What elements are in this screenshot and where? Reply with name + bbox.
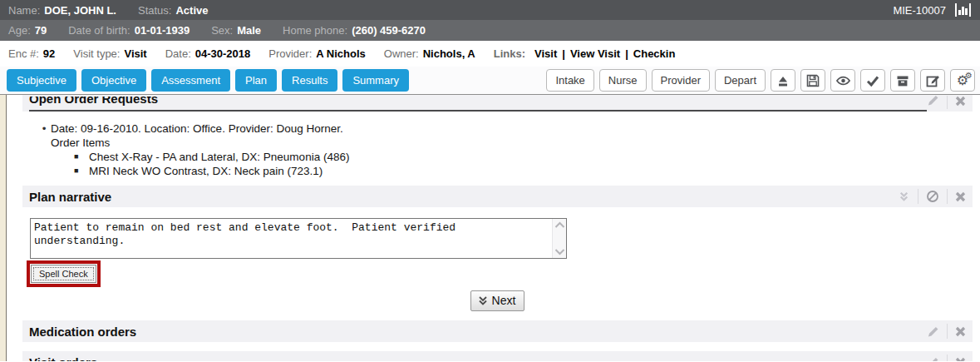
age-value: 79 [35, 24, 47, 37]
dob-value: 01-01-1939 [135, 24, 190, 37]
scroll-up-icon[interactable] [554, 221, 565, 228]
home-phone-value: (260) 459-6270 [352, 24, 426, 37]
close-x-icon[interactable] [955, 357, 966, 362]
tab-objective[interactable]: Objective [81, 69, 146, 92]
sex-value: Male [237, 24, 261, 37]
name-label: Name: [8, 4, 40, 17]
section-header-visit-orders[interactable]: Visit orders [22, 351, 973, 361]
save-button[interactable] [800, 69, 825, 92]
link-checkin[interactable]: Checkin [633, 47, 676, 60]
patient-name: DOE, JOHN L. [44, 4, 116, 17]
order-item: ■ MRI Neck WO Contrast, DX: Neck pain (7… [37, 164, 973, 178]
plan-narrative-textarea[interactable]: Patient to remain on bed rest and elevat… [30, 218, 567, 259]
provider-button[interactable]: Provider [652, 69, 710, 92]
patient-banner-row1: Name: DOE, JOHN L. Status: Active MIE-10… [0, 0, 980, 20]
scroll-down-icon[interactable] [554, 249, 565, 255]
next-button[interactable]: Next [470, 290, 525, 311]
links-label: Links: [494, 47, 525, 60]
tab-plan[interactable]: Plan [235, 69, 277, 92]
patient-banner-row2: Age: 79 Date of birth: 01-01-1939 Sex: M… [0, 20, 980, 41]
left-edge-strip [0, 95, 7, 361]
patient-name-group: Name: DOE, JOHN L. [8, 4, 116, 17]
sex-label: Sex: [211, 24, 233, 37]
visit-date-label: Date: [165, 47, 191, 60]
collapse-double-chevron-icon[interactable] [898, 191, 910, 202]
enc-number-value: 92 [43, 47, 55, 60]
content-area: Open Order Requests • Date: 09 [0, 95, 980, 361]
plan-narrative-text[interactable]: Patient to remain on bed rest and elevat… [31, 219, 566, 258]
section-title: Plan narrative [29, 190, 111, 204]
order-items-label: Order Items [37, 136, 973, 150]
open-order-list: • Date: 09-16-2010. Location: Office. Pr… [37, 121, 973, 178]
flowsheet-bar-chart-icon[interactable] [954, 3, 972, 17]
confirm-button[interactable] [860, 69, 885, 92]
intake-button[interactable]: Intake [546, 69, 593, 92]
dob-label: Date of birth: [68, 24, 130, 37]
depart-button[interactable]: Depart [715, 69, 766, 92]
spell-check-button[interactable]: Spell Check [31, 265, 96, 283]
eject-button[interactable] [771, 69, 795, 92]
disable-ban-icon[interactable] [926, 190, 939, 203]
chart-id: MIE-10007 [893, 4, 946, 17]
checkmark-icon [865, 73, 880, 88]
preview-button[interactable] [830, 69, 855, 92]
age-label: Age: [8, 24, 31, 37]
highlight-annotation-box: Spell Check [27, 260, 101, 287]
tab-assessment[interactable]: Assessment [151, 69, 230, 92]
archive-icon [895, 73, 910, 88]
section-header-open-order-requests[interactable]: Open Order Requests [22, 95, 973, 112]
owner-value: Nichols, A [423, 47, 475, 60]
section-title: Medication orders [29, 325, 136, 339]
encounter-toolbar: Subjective Objective Assessment Plan Res… [0, 67, 980, 95]
compose-button[interactable] [920, 69, 945, 92]
status-label: Status: [138, 4, 171, 17]
visit-type-label: Visit type: [73, 47, 120, 60]
edit-pencil-icon[interactable] [927, 325, 939, 338]
home-phone-label: Home phone: [283, 24, 347, 37]
link-view-visit[interactable]: View Visit [570, 47, 620, 60]
tab-subjective[interactable]: Subjective [7, 69, 76, 92]
double-chevron-down-icon [478, 295, 488, 306]
link-visit[interactable]: Visit [534, 47, 557, 60]
close-x-icon[interactable] [955, 95, 966, 110]
patient-status-group: Status: Active [138, 4, 209, 17]
settings-button[interactable]: ⚙ ⚙ [950, 69, 975, 92]
tab-results[interactable]: Results [282, 69, 337, 92]
save-icon [805, 73, 820, 88]
edit-pencil-icon[interactable] [927, 356, 939, 362]
section-header-medication-orders[interactable]: Medication orders [22, 320, 973, 342]
compose-icon [925, 73, 941, 88]
encounter-links: Links: Visit | View Visit | Checkin [494, 47, 676, 60]
section-title: Visit orders [29, 355, 97, 362]
owner-label: Owner: [384, 47, 419, 60]
nurse-button[interactable]: Nurse [599, 69, 647, 92]
archive-button[interactable] [890, 69, 915, 92]
order-entry-line: • Date: 09-16-2010. Location: Office. Pr… [37, 121, 973, 136]
enc-number-label: Enc #: [8, 47, 39, 60]
section-title: Open Order Requests [29, 97, 927, 109]
close-x-icon[interactable] [955, 191, 966, 202]
edit-pencil-icon[interactable] [927, 95, 939, 110]
textarea-scrollbar[interactable] [552, 219, 566, 258]
visit-type-value: Visit [124, 47, 146, 60]
eject-icon [776, 73, 790, 88]
visit-date-value: 04-30-2018 [195, 47, 251, 60]
close-x-icon[interactable] [955, 326, 966, 337]
order-item: ■ Chest X-Ray - PA and Lateral, DX: Pneu… [37, 150, 973, 164]
status-value: Active [175, 4, 208, 17]
encounter-banner-row: Enc #: 92 Visit type: Visit Date: 04-30-… [0, 41, 980, 67]
preview-eye-icon [835, 73, 851, 88]
provider-label: Provider: [268, 47, 312, 60]
tab-summary[interactable]: Summary [342, 69, 409, 92]
section-header-plan-narrative[interactable]: Plan narrative [22, 186, 973, 207]
provider-value: A Nichols [316, 47, 365, 60]
